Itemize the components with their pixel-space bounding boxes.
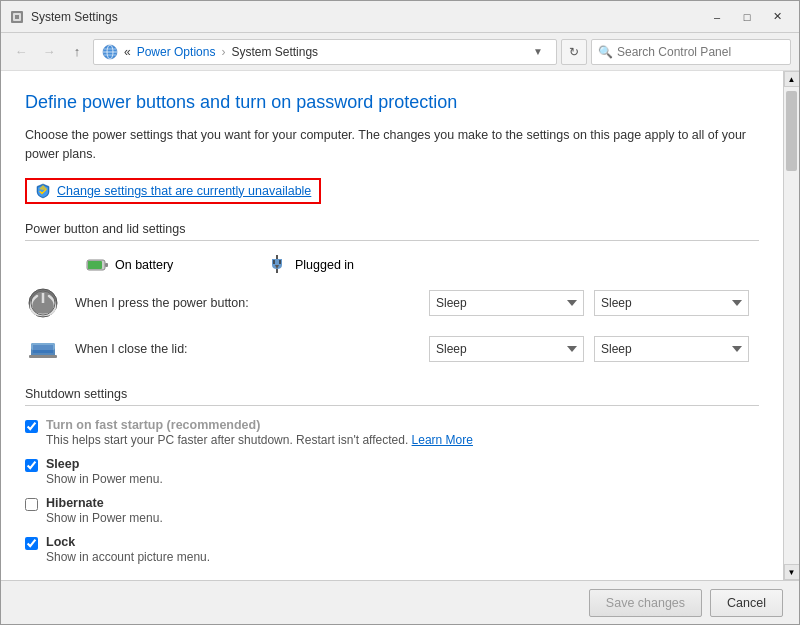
search-icon: 🔍 [598, 45, 613, 59]
power-row-0-label: When I press the power button: [75, 296, 429, 310]
power-row-1-battery-select[interactable]: Sleep Hibernate Shut down Turn off the d… [429, 336, 584, 362]
lock-checkbox[interactable] [25, 537, 38, 550]
lid-icon [25, 331, 61, 367]
power-table: On battery Plugged in [25, 253, 759, 367]
maximize-button[interactable]: □ [733, 6, 761, 28]
power-row-0: When I press the power button: Sleep Hib… [25, 285, 759, 321]
power-button-section-header: Power button and lid settings [25, 222, 759, 241]
plugged-icon [265, 253, 289, 277]
page-description: Choose the power settings that you want … [25, 126, 759, 164]
breadcrumb-part1[interactable]: Power Options [137, 45, 216, 59]
power-button-icon [25, 285, 61, 321]
cancel-button[interactable]: Cancel [710, 589, 783, 617]
window-title: System Settings [31, 10, 118, 24]
breadcrumb-part2: System Settings [231, 45, 318, 59]
power-row-0-battery-select[interactable]: Sleep Hibernate Shut down Turn off the d… [429, 290, 584, 316]
fast-startup-checkbox[interactable] [25, 420, 38, 433]
footer: Save changes Cancel [1, 580, 799, 624]
title-bar-controls: – □ ✕ [703, 6, 791, 28]
fast-startup-label: Turn on fast startup (recommended) [46, 418, 759, 432]
sleep-desc: Show in Power menu. [46, 472, 759, 486]
search-box: 🔍 [591, 39, 791, 65]
battery-icon [85, 253, 109, 277]
column-plugged-label: Plugged in [295, 258, 354, 272]
scrollbar[interactable]: ▲ ▼ [783, 71, 799, 580]
fast-startup-learn-more[interactable]: Learn More [412, 433, 473, 447]
svg-rect-2 [15, 15, 19, 19]
checkbox-fast-startup: Turn on fast startup (recommended) This … [25, 418, 759, 447]
sleep-label: Sleep [46, 457, 759, 471]
checkbox-lock: Lock Show in account picture menu. [25, 535, 759, 564]
refresh-button[interactable]: ↻ [561, 39, 587, 65]
hibernate-checkbox[interactable] [25, 498, 38, 511]
power-row-0-plugged-select[interactable]: Sleep Hibernate Shut down Turn off the d… [594, 290, 749, 316]
up-button[interactable]: ↑ [65, 40, 89, 64]
forward-button[interactable]: → [37, 40, 61, 64]
change-settings-container: Change settings that are currently unava… [25, 178, 321, 204]
content-area: Define power buttons and turn on passwor… [1, 71, 799, 580]
power-row-1-label: When I close the lid: [75, 342, 429, 356]
fast-startup-desc: This helps start your PC faster after sh… [46, 433, 759, 447]
shutdown-section: Shutdown settings Turn on fast startup (… [25, 387, 759, 564]
column-plugged: Plugged in [265, 253, 759, 277]
scroll-thumb[interactable] [786, 91, 797, 171]
breadcrumb-icon [102, 44, 118, 60]
page-title: Define power buttons and turn on passwor… [25, 91, 759, 114]
back-button[interactable]: ← [9, 40, 33, 64]
power-table-header: On battery Plugged in [25, 253, 759, 277]
minimize-button[interactable]: – [703, 6, 731, 28]
column-battery-label: On battery [115, 258, 173, 272]
power-row-1: When I close the lid: Sleep Hibernate Sh… [25, 331, 759, 367]
column-battery: On battery [85, 253, 265, 277]
address-bar: « Power Options › System Settings ▼ [93, 39, 557, 65]
svg-rect-21 [33, 345, 53, 350]
save-changes-button[interactable]: Save changes [589, 589, 702, 617]
close-button[interactable]: ✕ [763, 6, 791, 28]
shutdown-section-header: Shutdown settings [25, 387, 759, 406]
scroll-down-arrow[interactable]: ▼ [784, 564, 800, 580]
hibernate-desc: Show in Power menu. [46, 511, 759, 525]
shield-icon [35, 183, 51, 199]
breadcrumb-separator: « [124, 45, 131, 59]
svg-rect-20 [29, 355, 57, 358]
lock-label: Lock [46, 535, 759, 549]
power-row-1-plugged-select[interactable]: Sleep Hibernate Shut down Turn off the d… [594, 336, 749, 362]
title-bar: System Settings – □ ✕ [1, 1, 799, 33]
svg-rect-12 [276, 269, 278, 273]
title-bar-left: System Settings [9, 9, 118, 25]
scroll-up-arrow[interactable]: ▲ [784, 71, 800, 87]
address-dropdown-button[interactable]: ▼ [528, 42, 548, 62]
lock-desc: Show in account picture menu. [46, 550, 759, 564]
scroll-track [784, 87, 799, 564]
checkbox-hibernate: Hibernate Show in Power menu. [25, 496, 759, 525]
search-input[interactable] [617, 45, 784, 59]
hibernate-label: Hibernate [46, 496, 759, 510]
svg-rect-11 [88, 261, 102, 269]
sleep-checkbox[interactable] [25, 459, 38, 472]
checkbox-sleep: Sleep Show in Power menu. [25, 457, 759, 486]
breadcrumb-arrow: › [221, 45, 225, 59]
change-settings-link[interactable]: Change settings that are currently unava… [57, 184, 311, 198]
settings-icon [9, 9, 25, 25]
svg-rect-9 [105, 263, 108, 267]
nav-bar: ← → ↑ « Power Options › System Settings … [1, 33, 799, 71]
main-content: Define power buttons and turn on passwor… [1, 71, 783, 580]
